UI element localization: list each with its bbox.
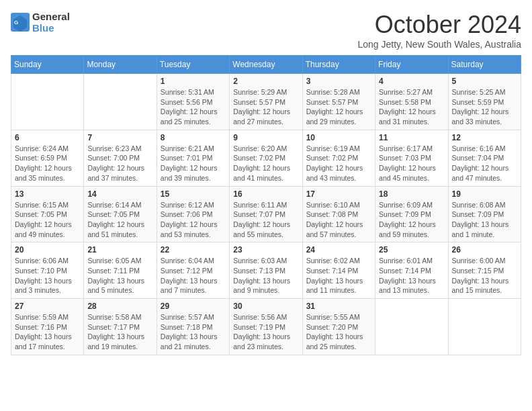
calendar-header: G General Blue October 2024 Long Jetty, … (11, 11, 521, 50)
day-number: 27 (15, 302, 80, 311)
calendar-week-4: 20Sunrise: 6:06 AM Sunset: 7:10 PM Dayli… (11, 242, 521, 299)
day-info: Sunrise: 6:11 AM Sunset: 7:07 PM Dayligh… (233, 200, 298, 240)
calendar-week-5: 27Sunrise: 5:59 AM Sunset: 7:16 PM Dayli… (11, 299, 521, 355)
calendar-cell: 22Sunrise: 6:04 AM Sunset: 7:12 PM Dayli… (157, 242, 229, 299)
column-header-sunday: Sunday (11, 56, 84, 74)
calendar-cell: 2Sunrise: 5:29 AM Sunset: 5:57 PM Daylig… (230, 74, 302, 130)
day-number: 9 (233, 133, 298, 142)
calendar-week-2: 6Sunrise: 6:24 AM Sunset: 6:59 PM Daylig… (11, 130, 521, 186)
day-info: Sunrise: 6:20 AM Sunset: 7:02 PM Dayligh… (233, 144, 298, 183)
logo-icon: G (11, 13, 30, 32)
day-number: 25 (379, 245, 444, 255)
day-number: 3 (306, 77, 371, 86)
day-info: Sunrise: 5:59 AM Sunset: 7:16 PM Dayligh… (15, 312, 80, 352)
day-number: 26 (452, 245, 517, 255)
day-info: Sunrise: 6:17 AM Sunset: 7:03 PM Dayligh… (379, 144, 444, 183)
calendar-cell: 3Sunrise: 5:28 AM Sunset: 5:57 PM Daylig… (302, 74, 375, 130)
day-info: Sunrise: 5:25 AM Sunset: 5:59 PM Dayligh… (452, 87, 517, 127)
calendar-cell: 23Sunrise: 6:03 AM Sunset: 7:13 PM Dayli… (230, 242, 302, 299)
day-number: 16 (233, 189, 298, 199)
day-number: 28 (87, 302, 152, 311)
day-number: 1 (161, 77, 226, 86)
day-number: 19 (452, 189, 517, 199)
day-number: 31 (306, 302, 371, 311)
day-number: 20 (15, 245, 80, 255)
day-info: Sunrise: 6:06 AM Sunset: 7:10 PM Dayligh… (15, 256, 80, 295)
calendar-cell: 9Sunrise: 6:20 AM Sunset: 7:02 PM Daylig… (230, 130, 302, 186)
day-info: Sunrise: 5:29 AM Sunset: 5:57 PM Dayligh… (233, 87, 298, 127)
day-number: 17 (306, 189, 371, 199)
calendar-cell: 6Sunrise: 6:24 AM Sunset: 6:59 PM Daylig… (11, 130, 84, 186)
calendar-cell: 17Sunrise: 6:10 AM Sunset: 7:08 PM Dayli… (302, 186, 375, 242)
day-number: 14 (87, 189, 152, 199)
day-info: Sunrise: 6:14 AM Sunset: 7:05 PM Dayligh… (87, 200, 152, 240)
day-number: 29 (161, 302, 226, 311)
day-info: Sunrise: 5:27 AM Sunset: 5:58 PM Dayligh… (379, 87, 444, 127)
day-info: Sunrise: 6:15 AM Sunset: 7:05 PM Dayligh… (15, 200, 80, 240)
calendar-cell: 31Sunrise: 5:55 AM Sunset: 7:20 PM Dayli… (302, 299, 375, 355)
day-info: Sunrise: 6:16 AM Sunset: 7:04 PM Dayligh… (452, 144, 517, 183)
day-info: Sunrise: 5:56 AM Sunset: 7:19 PM Dayligh… (233, 312, 298, 352)
calendar-cell (84, 74, 157, 130)
day-info: Sunrise: 6:24 AM Sunset: 6:59 PM Dayligh… (15, 144, 80, 183)
day-number: 13 (15, 189, 80, 199)
calendar-cell: 10Sunrise: 6:19 AM Sunset: 7:02 PM Dayli… (302, 130, 375, 186)
day-number: 21 (87, 245, 152, 255)
day-info: Sunrise: 6:12 AM Sunset: 7:06 PM Dayligh… (161, 200, 226, 240)
column-header-thursday: Thursday (302, 56, 375, 74)
day-number: 10 (306, 133, 371, 142)
day-info: Sunrise: 6:08 AM Sunset: 7:09 PM Dayligh… (452, 200, 517, 240)
day-number: 11 (379, 133, 444, 142)
column-header-wednesday: Wednesday (230, 56, 302, 74)
calendar-cell: 21Sunrise: 6:05 AM Sunset: 7:11 PM Dayli… (84, 242, 157, 299)
calendar-header-row: SundayMondayTuesdayWednesdayThursdayFrid… (11, 56, 521, 74)
month-title: October 2024 (357, 11, 521, 39)
column-header-friday: Friday (375, 56, 448, 74)
calendar-cell: 7Sunrise: 6:23 AM Sunset: 7:00 PM Daylig… (84, 130, 157, 186)
day-number: 22 (161, 245, 226, 255)
day-number: 23 (233, 245, 298, 255)
calendar-cell: 13Sunrise: 6:15 AM Sunset: 7:05 PM Dayli… (11, 186, 84, 242)
day-info: Sunrise: 5:58 AM Sunset: 7:17 PM Dayligh… (87, 312, 152, 352)
day-number: 5 (452, 77, 517, 86)
calendar-cell: 8Sunrise: 6:21 AM Sunset: 7:01 PM Daylig… (157, 130, 229, 186)
calendar-week-3: 13Sunrise: 6:15 AM Sunset: 7:05 PM Dayli… (11, 186, 521, 242)
day-number: 15 (161, 189, 226, 199)
calendar-cell: 1Sunrise: 5:31 AM Sunset: 5:56 PM Daylig… (157, 74, 229, 130)
calendar-cell: 11Sunrise: 6:17 AM Sunset: 7:03 PM Dayli… (375, 130, 448, 186)
day-info: Sunrise: 6:04 AM Sunset: 7:12 PM Dayligh… (161, 256, 226, 295)
day-info: Sunrise: 6:03 AM Sunset: 7:13 PM Dayligh… (233, 256, 298, 295)
calendar-week-1: 1Sunrise: 5:31 AM Sunset: 5:56 PM Daylig… (11, 74, 521, 130)
location-subtitle: Long Jetty, New South Wales, Australia (357, 39, 521, 50)
calendar-cell: 16Sunrise: 6:11 AM Sunset: 7:07 PM Dayli… (230, 186, 302, 242)
calendar-cell: 20Sunrise: 6:06 AM Sunset: 7:10 PM Dayli… (11, 242, 84, 299)
day-info: Sunrise: 6:02 AM Sunset: 7:14 PM Dayligh… (306, 256, 371, 295)
calendar-cell: 5Sunrise: 5:25 AM Sunset: 5:59 PM Daylig… (448, 74, 521, 130)
calendar-table: SundayMondayTuesdayWednesdayThursdayFrid… (11, 55, 521, 355)
calendar-cell (448, 299, 521, 355)
calendar-cell: 27Sunrise: 5:59 AM Sunset: 7:16 PM Dayli… (11, 299, 84, 355)
logo-text: General Blue (32, 11, 70, 34)
calendar-cell: 14Sunrise: 6:14 AM Sunset: 7:05 PM Dayli… (84, 186, 157, 242)
column-header-monday: Monday (84, 56, 157, 74)
calendar-cell (11, 74, 84, 130)
day-info: Sunrise: 6:19 AM Sunset: 7:02 PM Dayligh… (306, 144, 371, 183)
calendar-cell: 26Sunrise: 6:00 AM Sunset: 7:15 PM Dayli… (448, 242, 521, 299)
day-number: 12 (452, 133, 517, 142)
calendar-cell: 30Sunrise: 5:56 AM Sunset: 7:19 PM Dayli… (230, 299, 302, 355)
day-info: Sunrise: 6:21 AM Sunset: 7:01 PM Dayligh… (161, 144, 226, 183)
day-info: Sunrise: 6:01 AM Sunset: 7:14 PM Dayligh… (379, 256, 444, 295)
day-info: Sunrise: 5:28 AM Sunset: 5:57 PM Dayligh… (306, 87, 371, 127)
logo: G General Blue (11, 11, 70, 34)
calendar-cell: 28Sunrise: 5:58 AM Sunset: 7:17 PM Dayli… (84, 299, 157, 355)
calendar-cell: 12Sunrise: 6:16 AM Sunset: 7:04 PM Dayli… (448, 130, 521, 186)
day-number: 24 (306, 245, 371, 255)
day-number: 4 (379, 77, 444, 86)
column-header-saturday: Saturday (448, 56, 521, 74)
day-info: Sunrise: 6:05 AM Sunset: 7:11 PM Dayligh… (87, 256, 152, 295)
day-info: Sunrise: 6:00 AM Sunset: 7:15 PM Dayligh… (452, 256, 517, 295)
calendar-cell: 4Sunrise: 5:27 AM Sunset: 5:58 PM Daylig… (375, 74, 448, 130)
calendar-cell: 15Sunrise: 6:12 AM Sunset: 7:06 PM Dayli… (157, 186, 229, 242)
svg-text:G: G (14, 19, 18, 26)
day-info: Sunrise: 5:55 AM Sunset: 7:20 PM Dayligh… (306, 312, 371, 352)
